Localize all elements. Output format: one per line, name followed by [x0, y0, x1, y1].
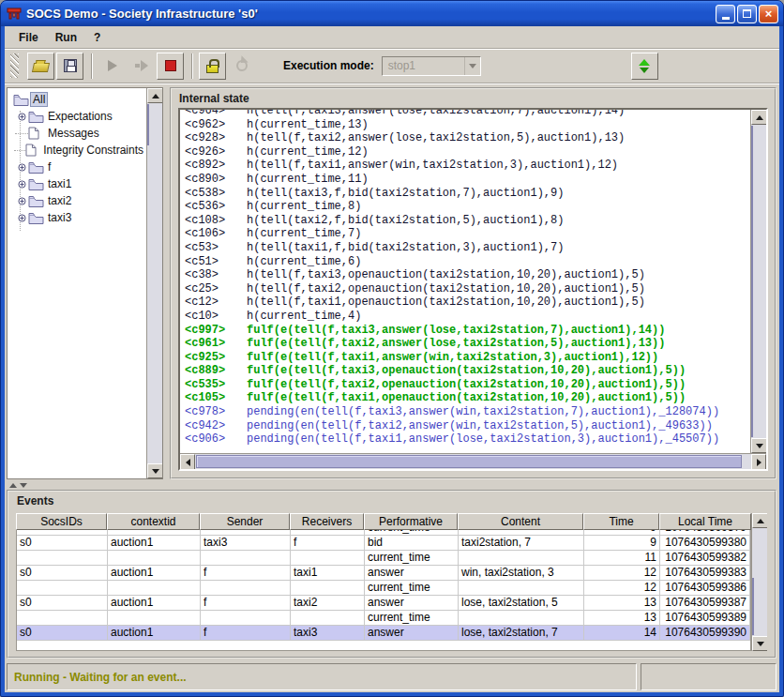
table-cell: [17, 611, 108, 626]
table-cell: auction1: [108, 596, 201, 611]
state-line-text: pending(en(tell(f,taxi3,answer(win,taxi2…: [247, 405, 719, 418]
splitter-collapse-down-icon[interactable]: [20, 483, 27, 488]
table-cell: 12: [584, 566, 660, 581]
scrollbar-thumb[interactable]: [751, 126, 753, 437]
state-line-tag: <c53>: [185, 241, 247, 255]
tree-item-expectations[interactable]: Expectations: [8, 108, 146, 125]
state-line-tag: <c942>: [185, 419, 247, 433]
state-horizontal-scrollbar[interactable]: [180, 453, 766, 469]
expand-icon[interactable]: [15, 179, 28, 189]
chevron-down-icon: [469, 64, 476, 68]
combo-dropdown-button[interactable]: [464, 57, 480, 75]
internal-state-lines: <c964>h(tell(f,taxi3,answer(lose,taxi2st…: [180, 110, 750, 453]
table-row[interactable]: s0auction1ftaxi1answerwin, taxi2station,…: [17, 566, 750, 581]
state-line-text: h(current_time,8): [247, 200, 361, 213]
scroll-up-button[interactable]: [751, 110, 766, 125]
scrollbar-track[interactable]: [195, 454, 751, 469]
tree-item-label: taxi1: [45, 176, 74, 191]
scrollbar-thumb[interactable]: [752, 578, 754, 635]
toolbar-separator: [191, 53, 193, 79]
scroll-up-button[interactable]: [752, 513, 767, 528]
state-line: <c942>pending(en(tell(f,taxi2,answer(win…: [185, 419, 750, 433]
table-row[interactable]: s0auction1ftaxi3answerlose, taxi2station…: [17, 626, 750, 641]
state-line-tag: <c889>: [185, 364, 247, 378]
table-row[interactable]: current_time131076430599389: [17, 611, 750, 626]
tree-item-f[interactable]: f: [8, 159, 146, 175]
arrow-right-icon: [757, 459, 761, 466]
tree-item-taxi1[interactable]: taxi1: [8, 175, 146, 192]
column-header-content[interactable]: Content: [458, 513, 583, 530]
splitter-collapse-up-icon[interactable]: [9, 483, 17, 488]
expand-icon[interactable]: [15, 162, 28, 173]
tree-item-all[interactable]: All: [8, 91, 146, 108]
scroll-right-button[interactable]: [751, 454, 766, 470]
tree-item-messages[interactable]: Messages: [8, 125, 146, 142]
close-button[interactable]: ×: [759, 5, 778, 23]
column-header-socsids[interactable]: SocsIDs: [16, 513, 107, 530]
tree-vertical-scrollbar[interactable]: [146, 88, 162, 478]
scrollbar-thumb[interactable]: [147, 104, 149, 145]
scroll-up-button[interactable]: [147, 88, 163, 103]
tree-item-taxi2[interactable]: taxi2: [8, 192, 146, 209]
save-button[interactable]: [56, 53, 83, 80]
column-header-contextid[interactable]: contextid: [107, 513, 200, 530]
toolbar-grip[interactable]: [10, 53, 19, 78]
internal-state-textarea[interactable]: <c964>h(tell(f,taxi3,answer(lose,taxi2st…: [178, 108, 768, 471]
scroll-down-button[interactable]: [147, 463, 163, 478]
table-row[interactable]: s0auction1ftaxi2answerlose, taxi2station…: [17, 596, 750, 611]
state-line: <c925>fulf(e(tell(f,taxi1,answer(win,tax…: [185, 351, 750, 365]
lock-button[interactable]: [199, 53, 226, 80]
table-cell: 1076430599382: [660, 551, 750, 566]
column-header-time[interactable]: Time: [583, 513, 659, 530]
open-button[interactable]: [27, 53, 54, 80]
scrollbar-track[interactable]: [752, 528, 767, 636]
table-row[interactable]: current_time121076430599386: [17, 581, 750, 596]
close-icon: ×: [765, 8, 773, 20]
title-bar[interactable]: SOCS Demo - Society Infrastructure 's0' …: [1, 1, 783, 26]
vertical-splitter[interactable]: [163, 87, 170, 479]
state-line: <c890>h(current_time,11): [185, 173, 750, 187]
column-header-sender[interactable]: Sender: [200, 513, 290, 530]
scrollbar-thumb[interactable]: [196, 455, 742, 468]
column-header-local-time[interactable]: Local Time: [659, 513, 751, 530]
table-row[interactable]: s0auction1taxi3fbidtaxi2station, 7910764…: [17, 536, 750, 551]
table-cell: auction1: [108, 536, 201, 551]
table-row[interactable]: current_time111076430599382: [17, 551, 750, 566]
scroll-left-button[interactable]: [180, 454, 195, 470]
state-line-tag: <c925>: [185, 351, 247, 365]
tree-item-integrity-constraints[interactable]: Integrity Constraints: [8, 142, 146, 159]
events-title: Events: [17, 494, 767, 508]
scroll-down-button[interactable]: [752, 636, 767, 651]
table-cell: [201, 551, 291, 566]
arrow-down-icon: [756, 444, 763, 448]
sync-button[interactable]: [631, 53, 658, 80]
horizontal-splitter[interactable]: [5, 481, 779, 490]
state-line-tag: <c106>: [185, 227, 247, 241]
folder-icon: [28, 178, 45, 190]
scrollbar-track[interactable]: [147, 103, 162, 463]
maximize-button[interactable]: [737, 5, 757, 23]
state-line: <c964>h(tell(f,taxi3,answer(lose,taxi2st…: [185, 110, 750, 118]
scrollbar-track[interactable]: [751, 125, 766, 438]
minimize-button[interactable]: [716, 5, 735, 23]
expand-icon[interactable]: [15, 196, 28, 206]
table-cell: 1076430599390: [660, 626, 750, 641]
menu-run[interactable]: Run: [47, 28, 85, 47]
scroll-down-button[interactable]: [751, 438, 766, 453]
stop-button[interactable]: [157, 53, 184, 80]
column-header-receivers[interactable]: Receivers: [290, 513, 364, 530]
state-line-tag: <c108>: [185, 214, 247, 228]
state-line-text: h(tell(f,taxi2,answer(lose,taxi2station,…: [247, 131, 625, 144]
execution-mode-select[interactable]: stop1: [382, 56, 481, 76]
menu-file[interactable]: File: [10, 28, 47, 47]
expand-icon[interactable]: [15, 112, 28, 122]
table-cell: f: [201, 626, 291, 641]
menu-help[interactable]: ?: [85, 28, 109, 47]
state-line-text: h(current_time,7): [247, 227, 361, 240]
state-vertical-scrollbar[interactable]: [750, 110, 766, 453]
save-icon: [64, 59, 77, 72]
expand-icon[interactable]: [15, 213, 28, 223]
events-vertical-scrollbar[interactable]: [751, 513, 767, 651]
column-header-performative[interactable]: Performative: [364, 513, 458, 530]
tree-item-taxi3[interactable]: taxi3: [8, 209, 146, 226]
